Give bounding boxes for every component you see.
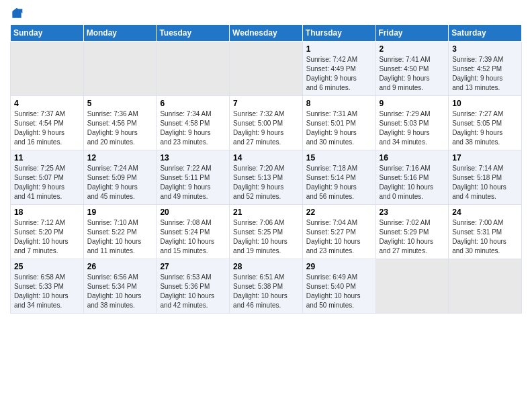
day-info: Sunrise: 7:32 AM Sunset: 5:00 PM Dayligh… bbox=[233, 109, 299, 147]
day-info: Sunrise: 7:08 AM Sunset: 5:24 PM Dayligh… bbox=[160, 218, 226, 256]
calendar-cell: 13Sunrise: 7:22 AM Sunset: 5:11 PM Dayli… bbox=[157, 150, 230, 205]
calendar-cell bbox=[11, 42, 84, 96]
day-info: Sunrise: 7:12 AM Sunset: 5:20 PM Dayligh… bbox=[14, 218, 80, 256]
calendar-cell: 7Sunrise: 7:32 AM Sunset: 5:00 PM Daylig… bbox=[230, 96, 303, 150]
calendar-cell: 9Sunrise: 7:29 AM Sunset: 5:03 PM Daylig… bbox=[375, 96, 449, 150]
header-day-friday: Friday bbox=[375, 25, 449, 42]
calendar-cell: 3Sunrise: 7:39 AM Sunset: 4:52 PM Daylig… bbox=[449, 42, 522, 96]
calendar-cell: 2Sunrise: 7:41 AM Sunset: 4:50 PM Daylig… bbox=[375, 42, 449, 96]
day-number: 27 bbox=[160, 262, 226, 271]
day-info: Sunrise: 7:06 AM Sunset: 5:25 PM Dayligh… bbox=[233, 218, 299, 256]
day-number: 17 bbox=[452, 153, 518, 163]
calendar-cell: 27Sunrise: 6:53 AM Sunset: 5:36 PM Dayli… bbox=[157, 259, 230, 314]
calendar-week-row: 1Sunrise: 7:42 AM Sunset: 4:49 PM Daylig… bbox=[11, 42, 522, 96]
day-number: 24 bbox=[452, 208, 518, 217]
header-day-wednesday: Wednesday bbox=[230, 25, 303, 42]
calendar-cell: 10Sunrise: 7:27 AM Sunset: 5:05 PM Dayli… bbox=[449, 96, 522, 150]
header-day-sunday: Sunday bbox=[11, 25, 84, 42]
calendar-cell: 8Sunrise: 7:31 AM Sunset: 5:01 PM Daylig… bbox=[302, 96, 375, 150]
day-info: Sunrise: 7:39 AM Sunset: 4:52 PM Dayligh… bbox=[452, 55, 518, 93]
header-day-thursday: Thursday bbox=[302, 25, 375, 42]
day-info: Sunrise: 7:29 AM Sunset: 5:03 PM Dayligh… bbox=[380, 109, 445, 147]
calendar-cell bbox=[157, 42, 230, 96]
calendar-cell: 15Sunrise: 7:18 AM Sunset: 5:14 PM Dayli… bbox=[302, 150, 375, 205]
day-number: 21 bbox=[233, 208, 299, 217]
day-number: 11 bbox=[14, 153, 80, 163]
day-number: 7 bbox=[233, 99, 299, 108]
calendar-cell: 25Sunrise: 6:58 AM Sunset: 5:33 PM Dayli… bbox=[11, 259, 84, 314]
day-number: 2 bbox=[380, 44, 445, 54]
day-number: 20 bbox=[160, 208, 226, 217]
day-number: 16 bbox=[380, 153, 445, 163]
calendar-cell: 18Sunrise: 7:12 AM Sunset: 5:20 PM Dayli… bbox=[11, 205, 84, 259]
calendar-cell bbox=[83, 42, 157, 96]
day-number: 4 bbox=[14, 99, 80, 108]
day-number: 18 bbox=[14, 208, 80, 217]
day-info: Sunrise: 7:04 AM Sunset: 5:27 PM Dayligh… bbox=[306, 218, 372, 256]
header-day-saturday: Saturday bbox=[449, 25, 522, 42]
calendar-cell: 20Sunrise: 7:08 AM Sunset: 5:24 PM Dayli… bbox=[157, 205, 230, 259]
day-info: Sunrise: 7:42 AM Sunset: 4:49 PM Dayligh… bbox=[306, 55, 372, 93]
day-number: 12 bbox=[87, 153, 153, 163]
calendar-cell: 4Sunrise: 7:37 AM Sunset: 4:54 PM Daylig… bbox=[11, 96, 84, 150]
calendar-cell: 21Sunrise: 7:06 AM Sunset: 5:25 PM Dayli… bbox=[230, 205, 303, 259]
calendar-cell: 11Sunrise: 7:25 AM Sunset: 5:07 PM Dayli… bbox=[11, 150, 84, 205]
calendar-cell: 16Sunrise: 7:16 AM Sunset: 5:16 PM Dayli… bbox=[375, 150, 449, 205]
day-info: Sunrise: 6:56 AM Sunset: 5:34 PM Dayligh… bbox=[87, 273, 153, 310]
day-info: Sunrise: 7:34 AM Sunset: 4:58 PM Dayligh… bbox=[160, 109, 226, 147]
calendar-cell: 29Sunrise: 6:49 AM Sunset: 5:40 PM Dayli… bbox=[302, 259, 375, 314]
calendar-cell: 5Sunrise: 7:36 AM Sunset: 4:56 PM Daylig… bbox=[83, 96, 157, 150]
day-info: Sunrise: 7:41 AM Sunset: 4:50 PM Dayligh… bbox=[380, 55, 445, 93]
day-info: Sunrise: 7:24 AM Sunset: 5:09 PM Dayligh… bbox=[87, 164, 153, 201]
calendar-cell bbox=[230, 42, 303, 96]
calendar-cell: 12Sunrise: 7:24 AM Sunset: 5:09 PM Dayli… bbox=[83, 150, 157, 205]
day-number: 15 bbox=[306, 153, 372, 163]
calendar-cell bbox=[449, 259, 522, 314]
calendar-header-row: SundayMondayTuesdayWednesdayThursdayFrid… bbox=[11, 25, 522, 42]
day-number: 25 bbox=[14, 262, 80, 271]
day-info: Sunrise: 6:49 AM Sunset: 5:40 PM Dayligh… bbox=[306, 273, 372, 310]
day-info: Sunrise: 7:36 AM Sunset: 4:56 PM Dayligh… bbox=[87, 109, 153, 147]
day-info: Sunrise: 7:20 AM Sunset: 5:13 PM Dayligh… bbox=[233, 164, 299, 201]
calendar-cell: 23Sunrise: 7:02 AM Sunset: 5:29 PM Dayli… bbox=[375, 205, 449, 259]
day-number: 19 bbox=[87, 208, 153, 217]
logo bbox=[10, 7, 26, 20]
calendar-cell bbox=[375, 259, 449, 314]
header-day-tuesday: Tuesday bbox=[157, 25, 230, 42]
day-number: 10 bbox=[452, 99, 518, 108]
calendar-cell: 24Sunrise: 7:00 AM Sunset: 5:31 PM Dayli… bbox=[449, 205, 522, 259]
day-number: 1 bbox=[306, 44, 372, 54]
day-info: Sunrise: 6:58 AM Sunset: 5:33 PM Dayligh… bbox=[14, 273, 80, 310]
calendar-cell: 1Sunrise: 7:42 AM Sunset: 4:49 PM Daylig… bbox=[302, 42, 375, 96]
day-info: Sunrise: 6:51 AM Sunset: 5:38 PM Dayligh… bbox=[233, 273, 299, 310]
day-info: Sunrise: 7:37 AM Sunset: 4:54 PM Dayligh… bbox=[14, 109, 80, 147]
calendar-week-row: 18Sunrise: 7:12 AM Sunset: 5:20 PM Dayli… bbox=[11, 205, 522, 259]
day-number: 28 bbox=[233, 262, 299, 271]
day-number: 23 bbox=[380, 208, 445, 217]
calendar-cell: 22Sunrise: 7:04 AM Sunset: 5:27 PM Dayli… bbox=[302, 205, 375, 259]
day-number: 6 bbox=[160, 99, 226, 108]
calendar-week-row: 25Sunrise: 6:58 AM Sunset: 5:33 PM Dayli… bbox=[11, 259, 522, 314]
calendar-cell: 14Sunrise: 7:20 AM Sunset: 5:13 PM Dayli… bbox=[230, 150, 303, 205]
calendar-cell: 28Sunrise: 6:51 AM Sunset: 5:38 PM Dayli… bbox=[230, 259, 303, 314]
day-number: 13 bbox=[160, 153, 226, 163]
day-info: Sunrise: 7:10 AM Sunset: 5:22 PM Dayligh… bbox=[87, 218, 153, 256]
day-info: Sunrise: 7:18 AM Sunset: 5:14 PM Dayligh… bbox=[306, 164, 372, 201]
header-day-monday: Monday bbox=[83, 25, 157, 42]
logo-icon bbox=[10, 7, 24, 20]
calendar-table: SundayMondayTuesdayWednesdayThursdayFrid… bbox=[10, 24, 522, 314]
day-info: Sunrise: 7:14 AM Sunset: 5:18 PM Dayligh… bbox=[452, 164, 518, 201]
calendar-cell: 19Sunrise: 7:10 AM Sunset: 5:22 PM Dayli… bbox=[83, 205, 157, 259]
day-number: 9 bbox=[380, 99, 445, 108]
day-info: Sunrise: 7:02 AM Sunset: 5:29 PM Dayligh… bbox=[380, 218, 445, 256]
day-info: Sunrise: 7:16 AM Sunset: 5:16 PM Dayligh… bbox=[380, 164, 445, 201]
day-number: 22 bbox=[306, 208, 372, 217]
day-info: Sunrise: 7:22 AM Sunset: 5:11 PM Dayligh… bbox=[160, 164, 226, 201]
day-info: Sunrise: 7:27 AM Sunset: 5:05 PM Dayligh… bbox=[452, 109, 518, 147]
calendar-cell: 17Sunrise: 7:14 AM Sunset: 5:18 PM Dayli… bbox=[449, 150, 522, 205]
day-number: 26 bbox=[87, 262, 153, 271]
calendar-cell: 26Sunrise: 6:56 AM Sunset: 5:34 PM Dayli… bbox=[83, 259, 157, 314]
day-info: Sunrise: 7:31 AM Sunset: 5:01 PM Dayligh… bbox=[306, 109, 372, 147]
calendar-cell: 6Sunrise: 7:34 AM Sunset: 4:58 PM Daylig… bbox=[157, 96, 230, 150]
day-number: 3 bbox=[452, 44, 518, 54]
